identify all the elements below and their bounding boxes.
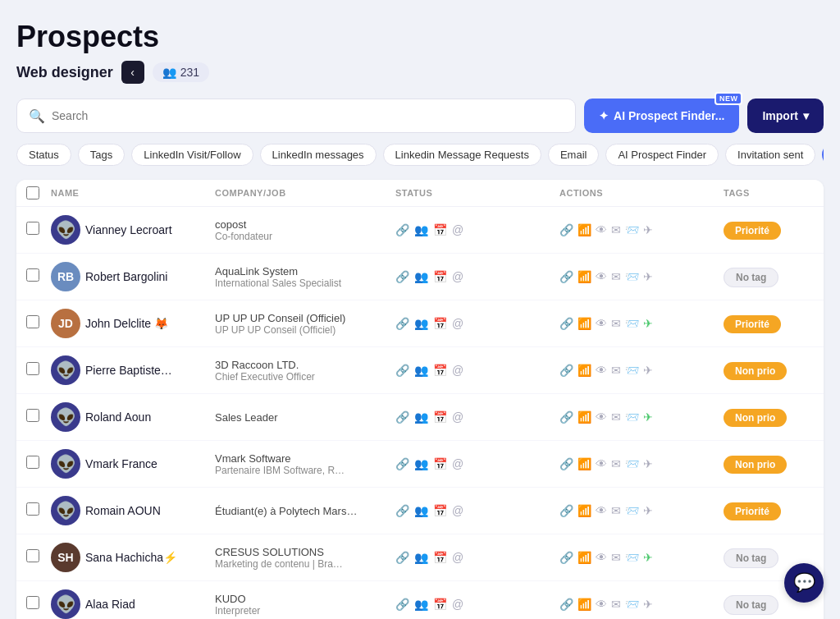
action-view-icon[interactable]: 👁 xyxy=(596,223,607,236)
action-inbox-icon[interactable]: 📨 xyxy=(625,457,639,470)
action-mail-icon[interactable]: ✉ xyxy=(611,457,621,470)
tag-badge-7[interactable]: Priorité xyxy=(724,502,781,520)
row-checkbox-8[interactable] xyxy=(26,549,39,562)
action-send-icon[interactable]: ✈ xyxy=(643,598,653,611)
action-rss-icon[interactable]: 📶 xyxy=(578,504,591,517)
action-rss-icon[interactable]: 📶 xyxy=(578,598,591,611)
email-icon[interactable]: @ xyxy=(452,551,463,564)
back-button[interactable]: ‹ xyxy=(121,61,144,84)
action-rss-icon[interactable]: 📶 xyxy=(578,223,591,236)
action-rss-icon[interactable]: 📶 xyxy=(578,457,591,470)
action-send-icon[interactable]: ✈ xyxy=(643,223,653,236)
email-icon[interactable]: @ xyxy=(452,270,463,283)
action-send-icon[interactable]: ✈ xyxy=(643,551,653,564)
tag-badge-1[interactable]: Priorité xyxy=(724,222,781,240)
action-send-icon[interactable]: ✈ xyxy=(643,364,653,377)
email-icon[interactable]: @ xyxy=(452,457,463,470)
calendar-icon[interactable]: 📅 xyxy=(433,410,447,424)
link-icon[interactable]: 🔗 xyxy=(395,598,409,611)
action-view-icon[interactable]: 👁 xyxy=(596,317,607,330)
filter-invitation[interactable]: Invitation sent xyxy=(725,144,815,166)
action-send-icon[interactable]: ✈ xyxy=(643,457,653,470)
action-rss-icon[interactable]: 📶 xyxy=(578,364,591,377)
action-link-icon[interactable]: 🔗 xyxy=(559,457,573,470)
action-mail-icon[interactable]: ✉ xyxy=(611,551,621,564)
people-icon[interactable]: 👥 xyxy=(414,457,428,470)
email-icon[interactable]: @ xyxy=(452,364,463,377)
action-mail-icon[interactable]: ✉ xyxy=(611,364,621,377)
action-inbox-icon[interactable]: 📨 xyxy=(625,270,639,283)
action-inbox-icon[interactable]: 📨 xyxy=(625,410,639,424)
row-checkbox-7[interactable] xyxy=(26,502,39,516)
people-icon[interactable]: 👥 xyxy=(414,598,428,611)
more-filters-button[interactable]: + More filters xyxy=(822,143,824,167)
calendar-icon[interactable]: 📅 xyxy=(433,223,447,236)
people-icon[interactable]: 👥 xyxy=(414,504,428,517)
action-link-icon[interactable]: 🔗 xyxy=(559,270,573,283)
action-link-icon[interactable]: 🔗 xyxy=(559,551,573,564)
action-view-icon[interactable]: 👁 xyxy=(596,270,607,283)
tag-badge-5[interactable]: Non prio xyxy=(724,409,787,427)
action-link-icon[interactable]: 🔗 xyxy=(559,504,573,517)
action-inbox-icon[interactable]: 📨 xyxy=(625,364,639,377)
action-view-icon[interactable]: 👁 xyxy=(596,457,607,470)
action-send-icon[interactable]: ✈ xyxy=(643,270,653,283)
link-icon[interactable]: 🔗 xyxy=(395,223,409,236)
email-icon[interactable]: @ xyxy=(452,504,463,517)
search-input[interactable] xyxy=(52,109,564,122)
action-send-icon[interactable]: ✈ xyxy=(643,410,653,424)
calendar-icon[interactable]: 📅 xyxy=(433,317,447,330)
select-all-checkbox[interactable] xyxy=(26,186,39,199)
action-view-icon[interactable]: 👁 xyxy=(596,551,607,564)
calendar-icon[interactable]: 📅 xyxy=(433,364,447,377)
action-rss-icon[interactable]: 📶 xyxy=(578,551,591,564)
email-icon[interactable]: @ xyxy=(452,317,463,330)
action-link-icon[interactable]: 🔗 xyxy=(559,223,573,236)
action-mail-icon[interactable]: ✉ xyxy=(611,270,621,283)
action-inbox-icon[interactable]: 📨 xyxy=(625,551,639,564)
calendar-icon[interactable]: 📅 xyxy=(433,270,447,283)
people-icon[interactable]: 👥 xyxy=(414,410,428,424)
people-icon[interactable]: 👥 xyxy=(414,270,428,283)
action-mail-icon[interactable]: ✉ xyxy=(611,504,621,517)
action-inbox-icon[interactable]: 📨 xyxy=(625,598,639,611)
action-send-icon[interactable]: ✈ xyxy=(643,317,653,330)
action-view-icon[interactable]: 👁 xyxy=(596,410,607,424)
link-icon[interactable]: 🔗 xyxy=(395,551,409,564)
tag-badge-2[interactable]: No tag xyxy=(724,268,778,287)
tag-badge-3[interactable]: Priorité xyxy=(724,315,781,333)
row-checkbox-4[interactable] xyxy=(26,362,39,375)
action-link-icon[interactable]: 🔗 xyxy=(559,410,573,424)
tag-badge-8[interactable]: No tag xyxy=(724,548,778,568)
action-link-icon[interactable]: 🔗 xyxy=(559,598,573,611)
row-checkbox-6[interactable] xyxy=(26,456,39,469)
action-rss-icon[interactable]: 📶 xyxy=(578,317,591,330)
row-checkbox-1[interactable] xyxy=(26,222,39,235)
filter-email[interactable]: Email xyxy=(548,144,600,166)
people-icon[interactable]: 👥 xyxy=(414,223,428,236)
action-mail-icon[interactable]: ✉ xyxy=(611,598,621,611)
link-icon[interactable]: 🔗 xyxy=(395,270,409,283)
calendar-icon[interactable]: 📅 xyxy=(433,457,447,470)
action-inbox-icon[interactable]: 📨 xyxy=(625,317,639,330)
link-icon[interactable]: 🔗 xyxy=(395,457,409,470)
filter-linkedin-requests[interactable]: Linkedin Message Requests xyxy=(383,144,541,166)
filter-ai-prospect[interactable]: AI Prospect Finder xyxy=(605,144,719,166)
import-button[interactable]: Import ▾ xyxy=(747,99,824,133)
calendar-icon[interactable]: 📅 xyxy=(433,551,447,564)
email-icon[interactable]: @ xyxy=(452,598,463,611)
action-view-icon[interactable]: 👁 xyxy=(596,364,607,377)
action-inbox-icon[interactable]: 📨 xyxy=(625,223,639,236)
action-link-icon[interactable]: 🔗 xyxy=(559,364,573,377)
people-icon[interactable]: 👥 xyxy=(414,364,428,377)
link-icon[interactable]: 🔗 xyxy=(395,504,409,517)
email-icon[interactable]: @ xyxy=(452,410,463,424)
action-link-icon[interactable]: 🔗 xyxy=(559,317,573,330)
filter-linkedin-visit[interactable]: LinkedIn Visit/Follow xyxy=(131,144,253,166)
filter-status[interactable]: Status xyxy=(16,144,71,166)
action-rss-icon[interactable]: 📶 xyxy=(578,270,591,283)
action-send-icon[interactable]: ✈ xyxy=(643,504,653,517)
action-mail-icon[interactable]: ✉ xyxy=(611,410,621,424)
ai-prospect-finder-button[interactable]: ✦ AI Prospect Finder... NEW xyxy=(584,99,739,133)
calendar-icon[interactable]: 📅 xyxy=(433,598,447,611)
